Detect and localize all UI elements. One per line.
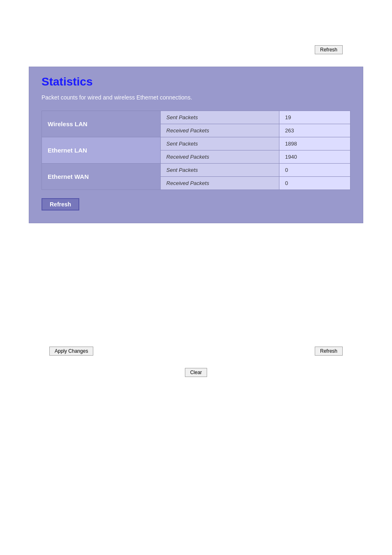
statistics-description: Packet counts for wired and wireless Eth… [42, 94, 350, 101]
packet-type-label: Sent Packets [160, 111, 279, 124]
section-label: Wireless LAN [42, 111, 161, 137]
packet-value: 0 [279, 177, 350, 190]
statistics-title: Statistics [42, 75, 350, 88]
packet-value: 0 [279, 164, 350, 177]
statistics-panel: Statistics Packet counts for wired and w… [29, 67, 363, 223]
apply-changes-button[interactable]: Apply Changes [49, 347, 93, 356]
table-row: Wireless LANSent Packets19 [42, 111, 350, 124]
packet-type-label: Received Packets [160, 150, 279, 164]
clear-button-area: Clear [0, 368, 392, 377]
packet-type-label: Sent Packets [160, 164, 279, 177]
table-row: Ethernet LANSent Packets1898 [42, 137, 350, 150]
table-row: Ethernet WANSent Packets0 [42, 164, 350, 177]
section-label: Ethernet LAN [42, 137, 161, 164]
packet-type-label: Received Packets [160, 177, 279, 190]
bottom-refresh-button[interactable]: Refresh [315, 347, 343, 356]
packet-value: 1898 [279, 137, 350, 150]
clear-button[interactable]: Clear [185, 368, 208, 377]
packet-value: 19 [279, 111, 350, 124]
section-label: Ethernet WAN [42, 164, 161, 190]
panel-refresh-button[interactable]: Refresh [42, 198, 79, 210]
packet-value: 1940 [279, 150, 350, 164]
packet-type-label: Received Packets [160, 124, 279, 137]
statistics-table: Wireless LANSent Packets19Received Packe… [42, 111, 350, 190]
packet-type-label: Sent Packets [160, 137, 279, 150]
top-refresh-area: Refresh [0, 0, 392, 62]
top-refresh-button[interactable]: Refresh [315, 45, 343, 54]
packet-value: 263 [279, 124, 350, 137]
bottom-buttons-area: Apply Changes Refresh [0, 338, 392, 356]
